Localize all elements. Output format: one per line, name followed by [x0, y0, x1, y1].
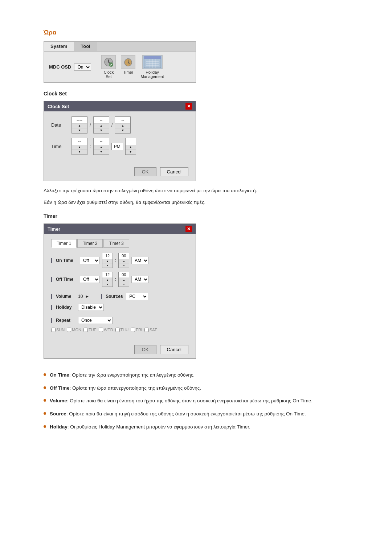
timer-icon: [121, 55, 135, 69]
timer-tab-2[interactable]: Timer 2: [77, 239, 103, 248]
panel-tabs: System Tool: [44, 42, 196, 52]
holiday-row: Holiday Disable Enable: [51, 304, 188, 311]
on-min-spin[interactable]: 00 ▲ ▼: [118, 253, 129, 268]
date-spin3[interactable]: -- ▲ ▼: [115, 116, 131, 134]
repeat-label: Repeat: [56, 318, 76, 323]
bullet-dot-volume: [44, 399, 46, 402]
day-wed-check[interactable]: [99, 328, 103, 332]
day-tue-check[interactable]: [83, 328, 88, 332]
clock-set-icon: [101, 55, 116, 69]
time-spin2[interactable]: -- ▲ ▼: [93, 138, 109, 155]
repeat-select[interactable]: Once Every Day Every Week: [78, 317, 113, 324]
bullet-list: On Time: Ορίστε την ώρα ενεργοποίησης τη…: [44, 371, 348, 431]
off-time-select[interactable]: Off On: [80, 276, 100, 283]
tab-tool[interactable]: Tool: [74, 42, 97, 51]
system-tool-panel: System Tool MDC OSD On Off: [44, 41, 196, 83]
timer-dialog-titlebar: Timer ✕: [44, 224, 196, 234]
clock-cancel-button[interactable]: Cancel: [160, 167, 188, 176]
bullet-dot-source: [44, 412, 46, 415]
volume-value: 10: [78, 294, 83, 299]
time-label: Time: [51, 144, 69, 149]
timer-tab-3[interactable]: Timer 3: [103, 239, 129, 248]
off-ampm-select[interactable]: AM PM: [131, 276, 149, 283]
days-row: SUN MON TUE WED THU FRI SAT: [51, 328, 188, 332]
svg-rect-7: [144, 56, 161, 59]
clock-set-dialog: Clock Set ✕ Date ---- ▲ ▼ / -- ▲ ▼ /: [44, 101, 196, 181]
day-wed[interactable]: WED: [99, 328, 113, 332]
date-sep2: /: [111, 122, 113, 128]
day-fri[interactable]: FRI: [131, 328, 142, 332]
sources-label: Sources: [106, 294, 124, 299]
on-time-select[interactable]: Off On: [80, 257, 100, 264]
clock-dialog-close[interactable]: ✕: [185, 103, 192, 110]
clock-dialog-title: Clock Set: [48, 104, 69, 109]
off-time-colon: :: [115, 277, 116, 282]
clock-dialog-titlebar: Clock Set ✕: [44, 101, 196, 111]
on-ampm-select[interactable]: AM PM: [131, 257, 149, 264]
holiday-label: Holiday: [56, 305, 76, 310]
on-time-row: On Time Off On 12 ▲ ▼ : 00 ▲ ▼: [51, 253, 188, 268]
ampm-spin[interactable]: ▲ ▼: [125, 138, 136, 155]
date-label: Date: [51, 122, 69, 128]
on-time-label: On Time: [56, 258, 78, 263]
timer-dialog: Timer ✕ Timer 1 Timer 2 Timer 3 On Time …: [44, 223, 196, 359]
timer-label: Timer: [123, 70, 134, 74]
bullet-dot-holiday: [44, 425, 46, 428]
time-row: Time -- ▲ ▼ : -- ▲ ▼ PM ▲: [51, 138, 188, 155]
off-time-bar: [51, 277, 52, 282]
timer-tab-1[interactable]: Timer 1: [51, 239, 77, 248]
day-thu-check[interactable]: [115, 328, 120, 332]
volume-arrow-right[interactable]: ►: [85, 294, 89, 299]
day-thu[interactable]: THU: [115, 328, 129, 332]
volume-sources-row: Volume 10 ► Sources PC HDMI DVI: [51, 293, 188, 300]
toolbar-clock-set[interactable]: ClockSet: [101, 55, 116, 79]
off-time-row: Off Time Off On 12 ▲ ▼ : 00 ▲ ▼: [51, 272, 188, 287]
day-tue[interactable]: TUE: [83, 328, 97, 332]
sources-select[interactable]: PC HDMI DVI: [126, 293, 148, 300]
holiday-select[interactable]: Disable Enable: [78, 304, 104, 311]
holiday-icon: [142, 55, 163, 69]
timer-cancel-button[interactable]: Cancel: [160, 345, 188, 354]
volume-label: Volume: [56, 294, 76, 299]
timer-section-title: Timer: [44, 213, 348, 219]
date-sep1: /: [90, 122, 91, 128]
on-time-colon: :: [115, 258, 116, 263]
date-row: Date ---- ▲ ▼ / -- ▲ ▼ / -- ▲: [51, 116, 188, 134]
clock-set-section-title: Clock Set: [44, 91, 348, 97]
off-hour-spin[interactable]: 12 ▲ ▼: [102, 272, 113, 287]
on-time-bar: [51, 258, 52, 263]
bullet-dot-on-time: [44, 373, 46, 376]
bullet-volume: Volume: Ορίστε ποια θα είναι η ένταση το…: [44, 397, 348, 405]
tab-system[interactable]: System: [44, 42, 74, 51]
desc2: Εάν η ώρα δεν έχει ρυθμιστεί στην οθόνη,…: [44, 198, 348, 206]
volume-bar: [51, 294, 52, 299]
timer-tabs-row: Timer 1 Timer 2 Timer 3: [51, 239, 188, 248]
day-mon-check[interactable]: [67, 328, 71, 332]
day-sun-check[interactable]: [51, 328, 56, 332]
day-sat[interactable]: SAT: [144, 328, 157, 332]
on-hour-spin[interactable]: 12 ▲ ▼: [102, 253, 113, 268]
day-fri-check[interactable]: [131, 328, 135, 332]
mdc-osd-select[interactable]: On Off: [74, 63, 91, 71]
timer-dialog-close[interactable]: ✕: [185, 226, 192, 232]
date-spin1[interactable]: ---- ▲ ▼: [72, 116, 87, 134]
holiday-bar: [51, 305, 52, 310]
timer-ok-button[interactable]: OK: [134, 345, 156, 354]
section-title-hora: Ώρα: [44, 29, 348, 36]
date-spin2[interactable]: -- ▲ ▼: [93, 116, 109, 134]
day-sat-check[interactable]: [144, 328, 149, 332]
off-time-label: Off Time: [56, 277, 78, 282]
toolbar-timer[interactable]: Timer: [121, 55, 135, 79]
bullet-on-time: On Time: Ορίστε την ώρα ενεργοποίησης τη…: [44, 371, 348, 379]
toolbar-holiday[interactable]: HolidayManagement: [140, 55, 164, 79]
off-min-spin[interactable]: 00 ▲ ▼: [118, 272, 129, 287]
day-mon[interactable]: MON: [67, 328, 81, 332]
time-ampm-box: PM: [111, 143, 123, 150]
svg-point-1: [108, 62, 109, 63]
bullet-off-time: Off Time: Ορίστε την ώρα απενεργοποίησης…: [44, 384, 348, 392]
time-spin1[interactable]: -- ▲ ▼: [72, 138, 87, 155]
day-sun[interactable]: SUN: [51, 328, 65, 332]
clock-ok-button[interactable]: OK: [134, 167, 156, 176]
desc1: Αλλάξτε την τρέχουσα ώρα στην επιλεγμένη…: [44, 187, 348, 195]
bullet-dot-off-time: [44, 386, 46, 389]
